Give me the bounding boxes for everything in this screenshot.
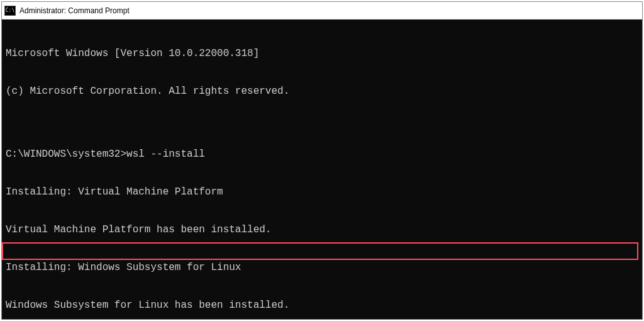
output-line: Windows Subsystem for Linux has been ins… <box>6 299 638 312</box>
output-line: Installing: Windows Subsystem for Linux <box>6 261 638 274</box>
output-line: Virtual Machine Platform has been instal… <box>6 223 638 236</box>
output-line: Installing: Virtual Machine Platform <box>6 186 638 198</box>
prompt-line: C:\WINDOWS\system32>wsl --install <box>6 148 638 160</box>
highlight-annotation <box>2 242 638 260</box>
command-prompt-window: C:\ Administrator: Command Prompt Micros… <box>1 1 643 320</box>
output-line: (c) Microsoft Corporation. All rights re… <box>6 85 638 98</box>
terminal-output[interactable]: Microsoft Windows [Version 10.0.22000.31… <box>2 20 642 319</box>
output-line: Microsoft Windows [Version 10.0.22000.31… <box>6 47 638 60</box>
window-title: Administrator: Command Prompt <box>19 6 130 15</box>
cmd-icon: C:\ <box>4 6 16 16</box>
titlebar[interactable]: C:\ Administrator: Command Prompt <box>2 2 642 20</box>
